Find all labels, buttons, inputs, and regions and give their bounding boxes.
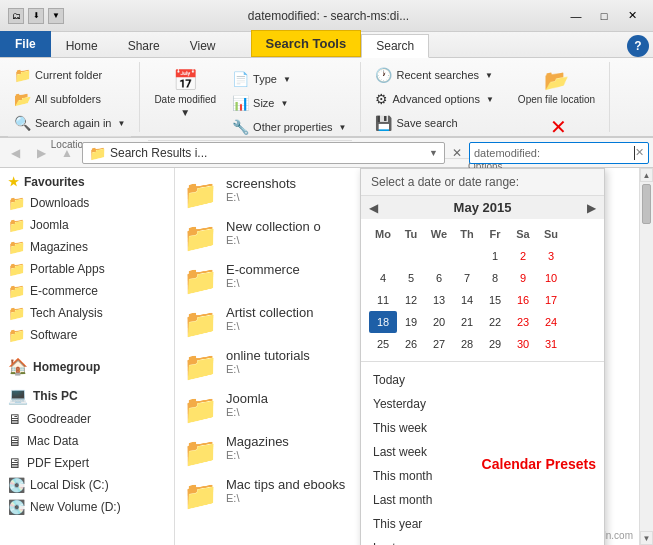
calendar-day-cell[interactable]: 26	[397, 333, 425, 355]
scroll-down-button[interactable]: ▼	[640, 531, 653, 545]
calendar-day-cell[interactable]: 5	[397, 267, 425, 289]
search-again-button[interactable]: 🔍 Search again in ▼	[8, 112, 131, 134]
calendar-day-cell[interactable]: 24	[537, 311, 565, 333]
advanced-options-button[interactable]: ⚙ Advanced options ▼	[369, 88, 499, 110]
tab-file[interactable]: File	[0, 31, 51, 57]
calendar-day-cell[interactable]: 30	[509, 333, 537, 355]
calendar-day-cell[interactable]: 27	[425, 333, 453, 355]
sidebar-item-tech-analysis[interactable]: 📁Tech Analysis	[0, 302, 174, 324]
main-area: ★ Favourites 📁Downloads📁Joomla📁Magazines…	[0, 168, 653, 545]
maximize-button[interactable]: □	[591, 7, 617, 25]
sidebar-item-mac-data[interactable]: 🖥Mac Data	[0, 430, 174, 452]
tab-view[interactable]: View	[175, 34, 231, 58]
sidebar-item-portable-apps[interactable]: 📁Portable Apps	[0, 258, 174, 280]
preset-item-yesterday[interactable]: Yesterday	[361, 392, 604, 416]
ribbon: 📁 Current folder 📂 All subfolders 🔍 Sear…	[0, 58, 653, 138]
search-box[interactable]: datemodified: ✕	[469, 142, 649, 164]
tab-home[interactable]: Home	[51, 34, 113, 58]
calendar-day-cell[interactable]: 18	[369, 311, 397, 333]
tab-share[interactable]: Share	[113, 34, 175, 58]
calendar-day-cell[interactable]: 10	[537, 267, 565, 289]
preset-item-today[interactable]: Today	[361, 368, 604, 392]
file-info: E-commerce E:\	[226, 262, 300, 289]
all-subfolders-button[interactable]: 📂 All subfolders	[8, 88, 131, 110]
calendar-day-cell[interactable]: 17	[537, 289, 565, 311]
date-modified-button[interactable]: 📅 Date modified ▼	[148, 64, 222, 122]
calendar-prev-button[interactable]: ◀	[369, 201, 378, 215]
sidebar-item-e-commerce[interactable]: 📁E-commerce	[0, 280, 174, 302]
this-pc-header[interactable]: 💻 This PC	[0, 383, 174, 408]
help-button[interactable]: ?	[627, 35, 649, 57]
calendar-day-cell[interactable]: 31	[537, 333, 565, 355]
calendar-day-cell[interactable]: 16	[509, 289, 537, 311]
address-field[interactable]: 📁 Search Results i... ▼	[82, 142, 445, 164]
back-button[interactable]: ◀	[4, 142, 26, 164]
calendar-day-cell[interactable]: 23	[509, 311, 537, 333]
address-clear-button[interactable]: ✕	[449, 145, 465, 161]
save-search-button[interactable]: 💾 Save search	[369, 112, 499, 134]
scrollbar[interactable]: ▲ ▼	[639, 168, 653, 545]
calendar-day-cell[interactable]: 8	[481, 267, 509, 289]
calendar-day-cell[interactable]: 2	[509, 245, 537, 267]
tab-search[interactable]: Search	[361, 34, 429, 58]
other-properties-button[interactable]: 🔧 Other properties ▼	[226, 116, 352, 138]
calendar-day-cell[interactable]: 6	[425, 267, 453, 289]
calendar-day-cell[interactable]: 11	[369, 289, 397, 311]
calendar-day-cell[interactable]: 19	[397, 311, 425, 333]
calendar-day-cell[interactable]: 29	[481, 333, 509, 355]
sidebar-item-joomla[interactable]: 📁Joomla	[0, 214, 174, 236]
calendar-day-cell[interactable]: 25	[369, 333, 397, 355]
open-file-location-button[interactable]: 📂 Open file location	[512, 64, 601, 109]
calendar-day-cell[interactable]: 4	[369, 267, 397, 289]
calendar-day-cell[interactable]: 13	[425, 289, 453, 311]
calendar-day-cell[interactable]: 20	[425, 311, 453, 333]
scroll-up-button[interactable]: ▲	[640, 168, 653, 182]
recent-dropdown-icon: ▼	[485, 71, 493, 80]
type-button[interactable]: 📄 Type ▼	[226, 68, 352, 90]
quick-access-icon[interactable]: ⬇	[28, 8, 44, 24]
forward-button[interactable]: ▶	[30, 142, 52, 164]
calendar-next-button[interactable]: ▶	[587, 201, 596, 215]
calendar-day-cell[interactable]: 12	[397, 289, 425, 311]
customize-icon[interactable]: ▼	[48, 8, 64, 24]
calendar-day-cell[interactable]: 21	[453, 311, 481, 333]
current-folder-button[interactable]: 📁 Current folder	[8, 64, 131, 86]
recent-searches-button[interactable]: 🕐 Recent searches ▼	[369, 64, 499, 86]
preset-item-this-year[interactable]: This year	[361, 512, 604, 536]
calendar-day-cell[interactable]: 1	[481, 245, 509, 267]
scroll-thumb[interactable]	[642, 184, 651, 224]
calendar-day-cell[interactable]: 7	[453, 267, 481, 289]
close-button[interactable]: ✕	[619, 7, 645, 25]
file-info: Magazines E:\	[226, 434, 289, 461]
type-icon: 📄	[232, 71, 249, 87]
calendar-day-cell[interactable]: 9	[509, 267, 537, 289]
preset-item-last-year[interactable]: Last year	[361, 536, 604, 545]
calendar-day-cell[interactable]: 15	[481, 289, 509, 311]
refine-small-buttons: 📄 Type ▼ 📊 Size ▼ 🔧 Other properties ▼	[226, 68, 352, 138]
favourites-header[interactable]: ★ Favourites	[0, 172, 174, 192]
calendar-day-cell[interactable]: 3	[537, 245, 565, 267]
sidebar-item-magazines[interactable]: 📁Magazines	[0, 236, 174, 258]
title-bar-icons: 🗂 ⬇ ▼	[8, 8, 64, 24]
up-button[interactable]: ▲	[56, 142, 78, 164]
minimize-button[interactable]: —	[563, 7, 589, 25]
sidebar-item-downloads[interactable]: 📁Downloads	[0, 192, 174, 214]
file-info: Joomla E:\	[226, 391, 268, 418]
sidebar-item-pdf-expert[interactable]: 🖥PDF Expert	[0, 452, 174, 474]
homegroup-header[interactable]: 🏠 Homegroup	[0, 354, 174, 379]
calendar-day-cell[interactable]: 14	[453, 289, 481, 311]
ribbon-group-location: 📁 Current folder 📂 All subfolders 🔍 Sear…	[0, 62, 140, 132]
preset-item-last-month[interactable]: Last month	[361, 488, 604, 512]
folder-icon: 📁	[8, 283, 25, 299]
tab-search-tools[interactable]: Search Tools	[251, 30, 362, 57]
calendar-day-cell[interactable]: 22	[481, 311, 509, 333]
calendar-day-cell[interactable]: 28	[453, 333, 481, 355]
sidebar-item-new-volume-d-[interactable]: 💽New Volume (D:)	[0, 496, 174, 518]
sidebar-item-goodreader[interactable]: 🖥Goodreader	[0, 408, 174, 430]
preset-item-this-week[interactable]: This week	[361, 416, 604, 440]
sidebar-item-software[interactable]: 📁Software	[0, 324, 174, 346]
sidebar-item-local-disk-c-[interactable]: 💽Local Disk (C:)	[0, 474, 174, 496]
size-button[interactable]: 📊 Size ▼	[226, 92, 352, 114]
address-dropdown-icon[interactable]: ▼	[429, 148, 438, 158]
search-clear-icon[interactable]: ✕	[635, 146, 644, 159]
